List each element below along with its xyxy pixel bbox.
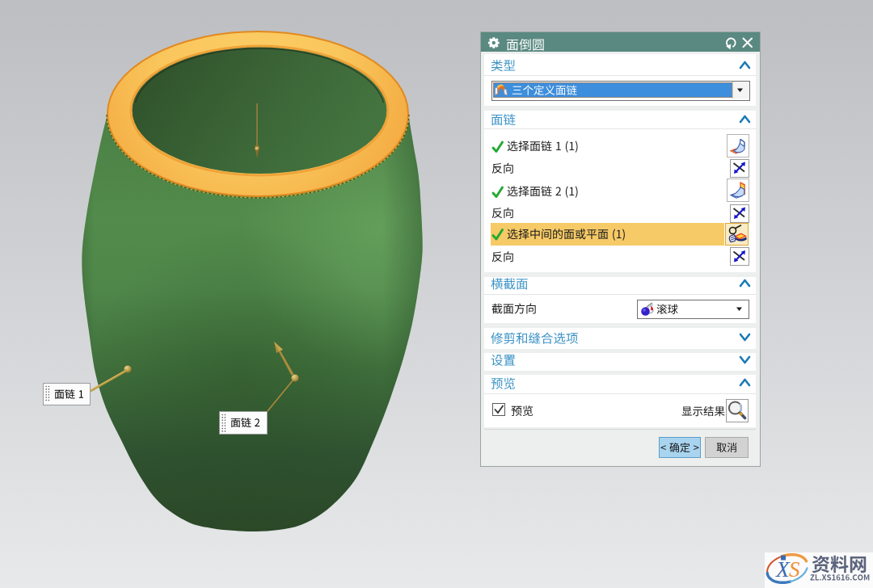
svg-text:S: S — [789, 557, 800, 582]
